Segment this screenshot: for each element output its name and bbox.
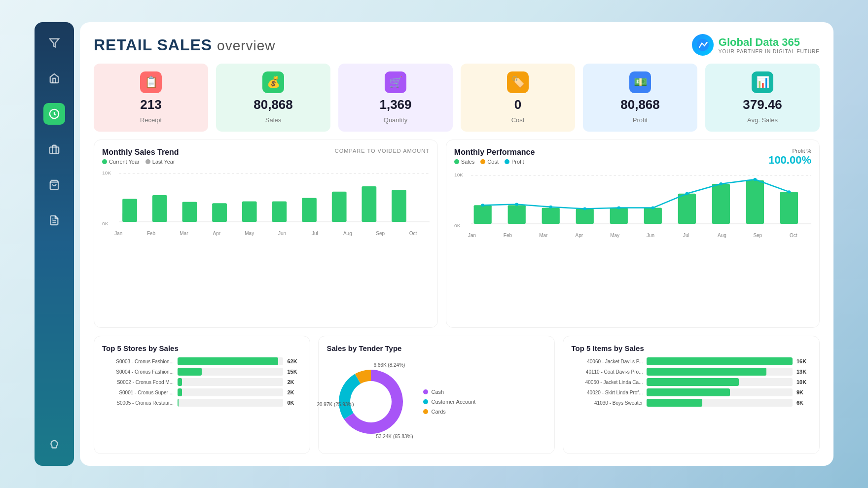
perf-bar [678,194,696,224]
kpi-label-profit: Profit [633,116,648,124]
kpi-value-profit: 80,868 [620,97,660,112]
perf-bar [507,205,525,224]
header: RETAIL SALES overview Global Data 365 YO… [94,34,820,56]
item-value: 10K [796,379,811,385]
perf-bar [610,208,628,224]
store-value: 15K [287,369,302,375]
store-bar-fill [178,399,179,407]
store-bar-track [178,368,283,376]
profit-dot [685,192,688,195]
perf-month-label: Jul [671,233,701,238]
sidebar-icon-home[interactable] [43,68,65,89]
tender-section: Sales by Tender Type 6.66K (8.24%)20.97K… [318,336,555,454]
trend-month-label: Sep [368,231,393,236]
store-value: 0K [287,400,302,406]
store-bar-track [178,357,283,365]
perf-bar [746,180,764,224]
store-bar-fill [178,388,182,396]
trend-month-label: May [237,231,262,236]
perf-month-label: Aug [707,233,737,238]
profit-dot [719,182,723,185]
sidebar-icon-store[interactable] [43,139,65,160]
store-bar-row: S0001 - Cronus Super ... 2K [102,388,302,396]
legend-dot [505,159,509,164]
profit-dot [583,207,586,210]
trend-month-label: Feb [139,231,164,236]
store-value: 62K [287,358,302,364]
compare-label: COMPARE TO VOIDED AMOUNT [335,148,430,154]
perf-bar [780,192,798,224]
profit-dot [651,207,654,209]
bar-current [392,190,406,222]
bar-current [242,202,257,222]
item-bar-track [647,357,793,365]
top-stores-title: Top 5 Stores by Sales [102,344,302,352]
top-items-title: Top 5 Items by Sales [571,344,811,352]
kpi-icon-avg_sales: 📊 [752,71,773,93]
trend-month-label: Oct [401,231,426,236]
monthly-perf-section: Monthly Performance SalesCostProfit Prof… [446,139,820,328]
sidebar [35,22,74,466]
trend-month-label: Jan [106,231,131,236]
bar-current [362,186,376,222]
perf-bar [644,208,662,224]
item-label: 40060 - Jacket Davi-s P... [571,359,643,364]
svg-point-6 [697,39,709,51]
kpi-card-profit: 💵 80,868 Profit [583,64,697,132]
trend-month-label: Jun [270,231,294,236]
store-label: S0004 - Cronus Fashion... [102,369,174,375]
sidebar-icon-lightbulb[interactable] [43,434,65,456]
page-wrapper: RETAIL SALES overview Global Data 365 YO… [30,17,838,471]
top-items-section: Top 5 Items by Sales 40060 - Jacket Davi… [563,336,820,454]
item-label: 40050 - Jacket Linda Ca... [571,380,643,385]
profit-pct-value: 100.00% [768,154,811,167]
profit-dot [549,206,552,209]
store-bar-track [178,378,283,386]
perf-legend-item: Cost [480,159,499,165]
legend-dot [480,159,485,164]
sidebar-icon-report[interactable] [43,209,65,231]
profit-dot [481,204,484,207]
item-bar-fill [647,399,702,407]
trend-month-label: Apr [204,231,229,236]
perf-bar [712,184,730,224]
kpi-label-sales: Sales [265,116,282,124]
sidebar-icon-bag[interactable] [43,174,65,196]
profit-dot [787,190,791,193]
item-bar-track [647,399,793,407]
store-label: S0002 - Cronus Food M... [102,380,174,385]
perf-bar [473,205,491,224]
main-content: RETAIL SALES overview Global Data 365 YO… [80,22,833,466]
item-bar-row: 40060 - Jacket Davi-s P... 16K [571,357,811,365]
donut-chart: 6.66K (8.24%)20.97K (25.93%)53.24K (65.8… [326,357,415,446]
kpi-card-cost: 🏷️ 0 Cost [461,64,575,132]
svg-text:0K: 0K [102,221,108,226]
sidebar-icon-dashboard[interactable] [43,103,65,125]
svg-rect-2 [50,147,59,153]
legend-dot [454,159,459,164]
perf-month-label: Jan [457,233,487,238]
perf-bar [542,208,559,224]
profit-dot [753,178,757,181]
item-label: 40020 - Skirt Linda Prof... [571,390,643,395]
item-value: 16K [796,358,811,364]
sidebar-icon-filter[interactable] [43,32,65,54]
tender-labels: CashCustomer AccountCards [415,389,546,415]
bar-current [272,202,287,222]
charts-row: Monthly Sales Trend Current YearLast Yea… [94,139,820,328]
perf-month-label: Oct [779,233,808,238]
trend-month-label: Mar [172,231,196,236]
kpi-card-avg_sales: 📊 379.46 Avg. Sales [705,64,820,132]
item-bar-track [647,378,793,386]
page-title: RETAIL SALES overview [94,36,276,54]
stores-bars: S0003 - Cronus Fashion... 62K S0004 - Cr… [102,357,302,409]
legend-dot [102,159,107,164]
monthly-perf-title: Monthly Performance [454,148,535,157]
brand-icon [692,34,714,56]
bar-current [332,192,347,222]
kpi-row: 📋 213 Receipt 💰 80,868 Sales 🛒 1,369 Qua… [94,64,820,132]
kpi-value-cost: 0 [514,97,521,112]
item-bar-fill [647,368,766,376]
store-value: 2K [287,379,302,385]
perf-month-label: Jun [636,233,665,238]
